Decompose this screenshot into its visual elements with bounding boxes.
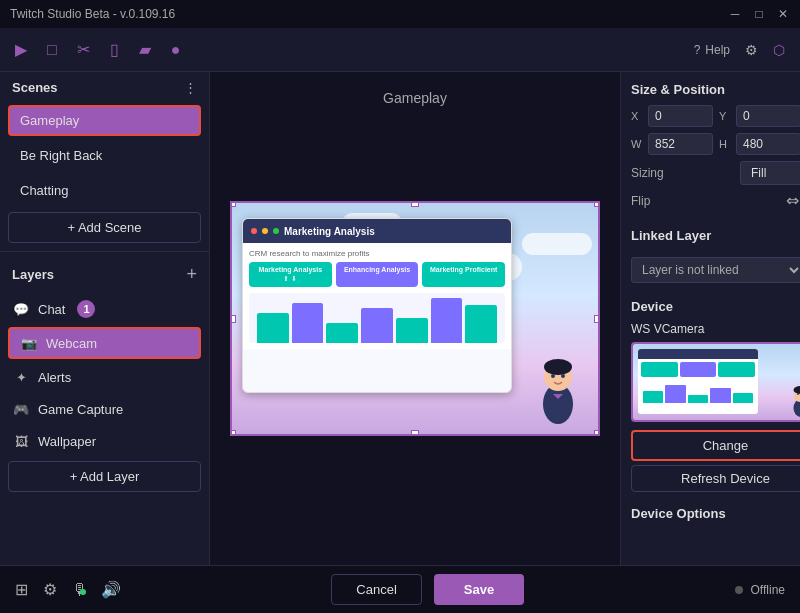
settings-bottom-icon[interactable]: ⚙ [43,580,57,599]
ma-body: CRM research to maximize profits Marketi… [243,243,511,349]
h-input[interactable] [736,133,800,155]
divider [0,251,209,252]
chat-badge: 1 [77,300,95,318]
handle-ml[interactable] [232,315,236,323]
dp-bar-1 [643,391,663,403]
y-input[interactable] [736,105,800,127]
scene-item-chatting[interactable]: Chatting [8,175,201,206]
handle-tc[interactable] [411,203,419,207]
linked-dropdown: Layer is not linked ↻ [631,257,800,283]
ma-dot-red [251,228,257,234]
ma-dot-yellow [262,228,268,234]
toolbar-right: ? Help ⚙ ⬡ [694,42,785,58]
save-button[interactable]: Save [434,574,524,605]
bottom-right: Offline [735,583,785,597]
game-capture-icon: 🎮 [12,400,30,418]
layer-item-webcam[interactable]: 📷 Webcam [8,327,201,359]
webcam-icon: 📷 [20,334,38,352]
handle-bc[interactable] [411,430,419,434]
device-name: WS VCamera [631,322,800,336]
y-label: Y [719,110,731,122]
linked-layer-select[interactable]: Layer is not linked [631,257,800,283]
dp-bar-2 [665,385,685,403]
settings-icon[interactable]: ⚙ [745,42,758,58]
refresh-device-button[interactable]: Refresh Device [631,465,800,492]
maximize-button[interactable]: □ [752,7,766,21]
chat-icon: 💬 [12,300,30,318]
audio-icon[interactable]: 🔊 [101,580,121,599]
shield-icon[interactable]: ● [171,41,181,59]
canvas-label: Gameplay [383,90,447,106]
handle-mr[interactable] [594,315,598,323]
scissors-icon[interactable]: ✂ [77,40,90,59]
ma-bar-chart [249,293,505,343]
dp-bar-5 [733,393,753,403]
scene-item-berightback[interactable]: Be Right Back [8,140,201,171]
device-options-section: Device Options [631,502,800,521]
alerts-icon: ✦ [12,368,30,386]
w-field: W [631,133,713,155]
add-scene-button[interactable]: + Add Scene [8,212,201,243]
svg-point-9 [797,393,799,395]
dp-card-1 [641,362,678,377]
scenes-bottom-icon[interactable]: ⊞ [15,580,28,599]
paste-icon[interactable]: ▰ [139,40,151,59]
ma-card-title-3: Marketing Proficient [426,266,501,273]
x-input[interactable] [648,105,713,127]
help-button[interactable]: ? Help [694,43,730,57]
scene-item-gameplay[interactable]: Gameplay [8,105,201,136]
bar-7 [465,305,497,343]
mic-active-dot [80,589,86,595]
w-label: W [631,138,643,150]
handle-tl[interactable] [232,203,236,207]
layer-item-game-capture[interactable]: 🎮 Game Capture [0,393,209,425]
scenes-menu-icon[interactable]: ⋮ [184,80,197,95]
cursor-icon[interactable]: ▶ [15,40,27,59]
add-layer-icon[interactable]: + [186,264,197,285]
sizing-select[interactable]: Fill Fit Stretch [740,161,800,185]
cloud-4 [522,233,592,255]
toolbar: ▶ □ ✂ ▯ ▰ ● ? Help ⚙ ⬡ [0,28,800,72]
size-position-title: Size & Position [631,82,800,97]
minimize-button[interactable]: ─ [728,7,742,21]
flip-horizontal-icon[interactable]: ⇔ [786,191,799,210]
offline-status-label: Offline [751,583,785,597]
bar-4 [361,308,393,343]
layer-item-wallpaper[interactable]: 🖼 Wallpaper [0,425,209,457]
ma-card-3: Marketing Proficient [422,262,505,287]
device-preview-bars [638,380,758,405]
toolbar-tools: ▶ □ ✂ ▯ ▰ ● [15,40,180,59]
device-section: Device WS VCamera [631,299,800,492]
layer-item-chat[interactable]: 💬 Chat 1 [0,293,209,325]
cancel-button[interactable]: Cancel [331,574,421,605]
help-label: Help [705,43,730,57]
close-button[interactable]: ✕ [776,7,790,21]
copy-icon[interactable]: ▯ [110,40,119,59]
svg-point-2 [544,359,572,375]
layers-section: Layers + 💬 Chat 1 📷 Webcam ✦ Alerts 🎮 [0,256,209,565]
device-title: Device [631,299,800,314]
device-preview-avatar [788,383,800,418]
app-title: Twitch Studio Beta - v.0.109.16 [10,7,175,21]
crop-icon[interactable]: □ [47,41,57,59]
ma-dot-green [273,228,279,234]
change-button[interactable]: Change [631,430,800,461]
layer-item-alerts[interactable]: ✦ Alerts [0,361,209,393]
size-position-section: Size & Position X Y W H 🔒 [631,82,800,218]
add-layer-button[interactable]: + Add Layer [8,461,201,492]
handle-tr[interactable] [594,203,598,207]
twitch-icon[interactable]: ⬡ [773,42,785,58]
dp-bar-4 [710,388,730,403]
dp-card-2 [680,362,717,377]
bar-5 [396,318,428,343]
handle-br[interactable] [594,430,598,434]
right-panel: Size & Position X Y W H 🔒 [620,72,800,565]
canvas-frame[interactable]: Marketing Analysis CRM research to maxim… [230,201,600,436]
linked-layer-section: Linked Layer ℹ Layer is not linked ↻ [631,228,800,289]
handle-bl[interactable] [232,430,236,434]
position-grid: X Y W H 🔒 [631,105,800,155]
flip-label: Flip [631,194,650,208]
sizing-row: Sizing Fill Fit Stretch [631,161,800,185]
w-input[interactable] [648,133,713,155]
ma-header: Marketing Analysis [243,219,511,243]
